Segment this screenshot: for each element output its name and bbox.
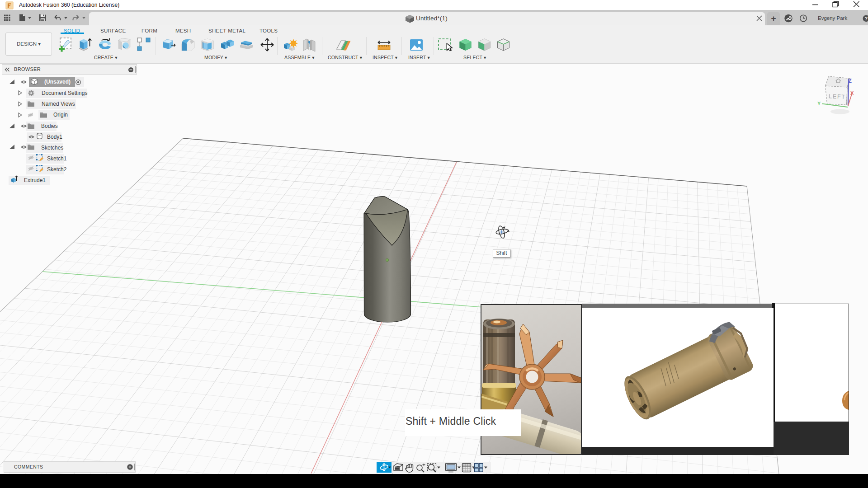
svg-text:Z: Z (849, 78, 852, 84)
svg-text:LEFT: LEFT (829, 93, 846, 100)
svg-text:X: X (850, 90, 854, 96)
svg-text:Y: Y (817, 101, 821, 106)
